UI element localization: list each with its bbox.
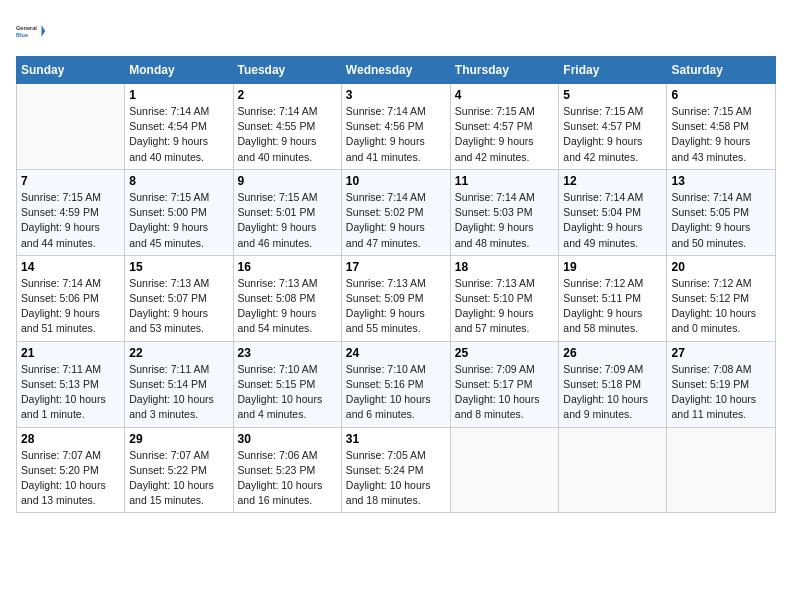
day-number: 1 (129, 88, 228, 102)
day-number: 16 (238, 260, 337, 274)
day-info: Sunrise: 7:14 AM Sunset: 5:03 PM Dayligh… (455, 190, 555, 251)
day-number: 14 (21, 260, 120, 274)
calendar-cell: 28Sunrise: 7:07 AM Sunset: 5:20 PM Dayli… (17, 427, 125, 513)
weekday-header-sunday: Sunday (17, 57, 125, 84)
day-number: 10 (346, 174, 446, 188)
day-number: 24 (346, 346, 446, 360)
day-info: Sunrise: 7:15 AM Sunset: 5:00 PM Dayligh… (129, 190, 228, 251)
calendar-cell: 3Sunrise: 7:14 AM Sunset: 4:56 PM Daylig… (341, 84, 450, 170)
day-info: Sunrise: 7:12 AM Sunset: 5:11 PM Dayligh… (563, 276, 662, 337)
calendar-cell: 4Sunrise: 7:15 AM Sunset: 4:57 PM Daylig… (450, 84, 559, 170)
day-info: Sunrise: 7:14 AM Sunset: 4:56 PM Dayligh… (346, 104, 446, 165)
day-number: 29 (129, 432, 228, 446)
day-info: Sunrise: 7:15 AM Sunset: 4:59 PM Dayligh… (21, 190, 120, 251)
weekday-header-tuesday: Tuesday (233, 57, 341, 84)
calendar-week-2: 7Sunrise: 7:15 AM Sunset: 4:59 PM Daylig… (17, 169, 776, 255)
calendar-cell: 19Sunrise: 7:12 AM Sunset: 5:11 PM Dayli… (559, 255, 667, 341)
calendar-week-5: 28Sunrise: 7:07 AM Sunset: 5:20 PM Dayli… (17, 427, 776, 513)
calendar-cell: 17Sunrise: 7:13 AM Sunset: 5:09 PM Dayli… (341, 255, 450, 341)
day-number: 6 (671, 88, 771, 102)
day-info: Sunrise: 7:09 AM Sunset: 5:17 PM Dayligh… (455, 362, 555, 423)
day-info: Sunrise: 7:15 AM Sunset: 4:57 PM Dayligh… (563, 104, 662, 165)
svg-text:General: General (16, 25, 37, 31)
weekday-header-friday: Friday (559, 57, 667, 84)
calendar-cell: 21Sunrise: 7:11 AM Sunset: 5:13 PM Dayli… (17, 341, 125, 427)
day-info: Sunrise: 7:07 AM Sunset: 5:22 PM Dayligh… (129, 448, 228, 509)
day-number: 8 (129, 174, 228, 188)
calendar-cell: 8Sunrise: 7:15 AM Sunset: 5:00 PM Daylig… (125, 169, 233, 255)
day-info: Sunrise: 7:13 AM Sunset: 5:07 PM Dayligh… (129, 276, 228, 337)
day-number: 30 (238, 432, 337, 446)
calendar-cell: 9Sunrise: 7:15 AM Sunset: 5:01 PM Daylig… (233, 169, 341, 255)
logo: GeneralBlue (16, 16, 46, 46)
day-info: Sunrise: 7:11 AM Sunset: 5:13 PM Dayligh… (21, 362, 120, 423)
day-number: 9 (238, 174, 337, 188)
day-info: Sunrise: 7:12 AM Sunset: 5:12 PM Dayligh… (671, 276, 771, 337)
day-info: Sunrise: 7:15 AM Sunset: 4:58 PM Dayligh… (671, 104, 771, 165)
day-info: Sunrise: 7:11 AM Sunset: 5:14 PM Dayligh… (129, 362, 228, 423)
day-info: Sunrise: 7:05 AM Sunset: 5:24 PM Dayligh… (346, 448, 446, 509)
day-info: Sunrise: 7:14 AM Sunset: 4:55 PM Dayligh… (238, 104, 337, 165)
day-number: 15 (129, 260, 228, 274)
day-number: 2 (238, 88, 337, 102)
calendar-cell: 27Sunrise: 7:08 AM Sunset: 5:19 PM Dayli… (667, 341, 776, 427)
calendar-week-1: 1Sunrise: 7:14 AM Sunset: 4:54 PM Daylig… (17, 84, 776, 170)
calendar-cell: 12Sunrise: 7:14 AM Sunset: 5:04 PM Dayli… (559, 169, 667, 255)
day-info: Sunrise: 7:08 AM Sunset: 5:19 PM Dayligh… (671, 362, 771, 423)
day-info: Sunrise: 7:14 AM Sunset: 5:04 PM Dayligh… (563, 190, 662, 251)
calendar-cell: 14Sunrise: 7:14 AM Sunset: 5:06 PM Dayli… (17, 255, 125, 341)
day-number: 7 (21, 174, 120, 188)
day-number: 18 (455, 260, 555, 274)
weekday-header-saturday: Saturday (667, 57, 776, 84)
svg-marker-2 (42, 25, 46, 37)
calendar-cell: 25Sunrise: 7:09 AM Sunset: 5:17 PM Dayli… (450, 341, 559, 427)
day-info: Sunrise: 7:10 AM Sunset: 5:15 PM Dayligh… (238, 362, 337, 423)
calendar-week-4: 21Sunrise: 7:11 AM Sunset: 5:13 PM Dayli… (17, 341, 776, 427)
calendar-cell: 22Sunrise: 7:11 AM Sunset: 5:14 PM Dayli… (125, 341, 233, 427)
calendar-cell: 7Sunrise: 7:15 AM Sunset: 4:59 PM Daylig… (17, 169, 125, 255)
calendar-cell (17, 84, 125, 170)
calendar-cell: 11Sunrise: 7:14 AM Sunset: 5:03 PM Dayli… (450, 169, 559, 255)
day-info: Sunrise: 7:13 AM Sunset: 5:10 PM Dayligh… (455, 276, 555, 337)
weekday-header-monday: Monday (125, 57, 233, 84)
day-number: 17 (346, 260, 446, 274)
day-info: Sunrise: 7:13 AM Sunset: 5:08 PM Dayligh… (238, 276, 337, 337)
day-info: Sunrise: 7:07 AM Sunset: 5:20 PM Dayligh… (21, 448, 120, 509)
weekday-header-row: SundayMondayTuesdayWednesdayThursdayFrid… (17, 57, 776, 84)
calendar-cell (559, 427, 667, 513)
day-number: 31 (346, 432, 446, 446)
day-number: 22 (129, 346, 228, 360)
day-number: 4 (455, 88, 555, 102)
calendar-cell: 15Sunrise: 7:13 AM Sunset: 5:07 PM Dayli… (125, 255, 233, 341)
day-number: 26 (563, 346, 662, 360)
day-number: 13 (671, 174, 771, 188)
calendar-cell: 6Sunrise: 7:15 AM Sunset: 4:58 PM Daylig… (667, 84, 776, 170)
day-info: Sunrise: 7:14 AM Sunset: 5:02 PM Dayligh… (346, 190, 446, 251)
day-number: 5 (563, 88, 662, 102)
day-info: Sunrise: 7:15 AM Sunset: 4:57 PM Dayligh… (455, 104, 555, 165)
day-info: Sunrise: 7:06 AM Sunset: 5:23 PM Dayligh… (238, 448, 337, 509)
calendar-week-3: 14Sunrise: 7:14 AM Sunset: 5:06 PM Dayli… (17, 255, 776, 341)
day-number: 12 (563, 174, 662, 188)
calendar-cell (450, 427, 559, 513)
day-number: 19 (563, 260, 662, 274)
calendar-cell: 10Sunrise: 7:14 AM Sunset: 5:02 PM Dayli… (341, 169, 450, 255)
calendar-cell: 26Sunrise: 7:09 AM Sunset: 5:18 PM Dayli… (559, 341, 667, 427)
day-number: 28 (21, 432, 120, 446)
logo-icon: GeneralBlue (16, 16, 46, 46)
day-number: 11 (455, 174, 555, 188)
calendar-cell: 16Sunrise: 7:13 AM Sunset: 5:08 PM Dayli… (233, 255, 341, 341)
calendar-cell (667, 427, 776, 513)
calendar-cell: 31Sunrise: 7:05 AM Sunset: 5:24 PM Dayli… (341, 427, 450, 513)
calendar-cell: 20Sunrise: 7:12 AM Sunset: 5:12 PM Dayli… (667, 255, 776, 341)
day-info: Sunrise: 7:13 AM Sunset: 5:09 PM Dayligh… (346, 276, 446, 337)
svg-text:Blue: Blue (16, 32, 28, 38)
calendar-cell: 1Sunrise: 7:14 AM Sunset: 4:54 PM Daylig… (125, 84, 233, 170)
calendar-cell: 5Sunrise: 7:15 AM Sunset: 4:57 PM Daylig… (559, 84, 667, 170)
weekday-header-thursday: Thursday (450, 57, 559, 84)
calendar-cell: 13Sunrise: 7:14 AM Sunset: 5:05 PM Dayli… (667, 169, 776, 255)
calendar-cell: 29Sunrise: 7:07 AM Sunset: 5:22 PM Dayli… (125, 427, 233, 513)
day-number: 25 (455, 346, 555, 360)
day-number: 20 (671, 260, 771, 274)
day-number: 3 (346, 88, 446, 102)
